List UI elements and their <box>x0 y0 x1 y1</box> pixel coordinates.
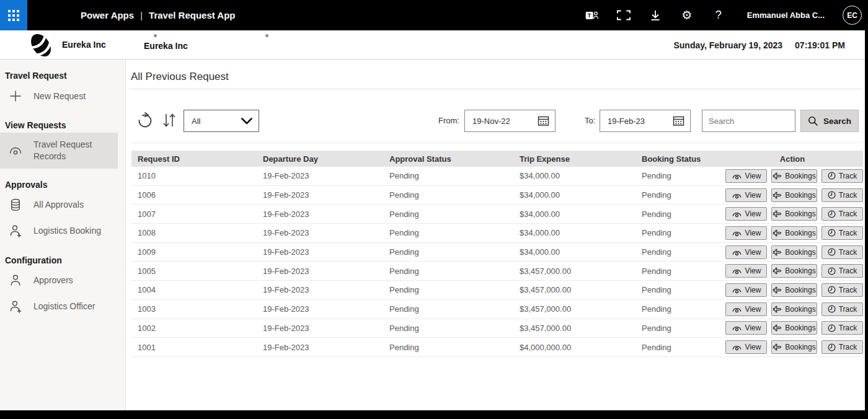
cell-booking-status: Pending <box>636 267 722 276</box>
cell-departure-day: 19-Feb-2023 <box>257 171 383 180</box>
table-header-row: Request ID Departure Day Approval Status… <box>131 151 863 167</box>
sidebar-item-new-request[interactable]: New Request <box>0 83 118 109</box>
track-button[interactable]: Track <box>822 264 863 278</box>
person-icon <box>9 274 22 288</box>
search-button[interactable]: Search <box>800 110 859 132</box>
page-title: All Previous Request <box>131 71 229 83</box>
bookings-button[interactable]: Bookings <box>771 283 817 297</box>
cell-departure-day: 19-Feb-2023 <box>257 210 383 219</box>
view-button[interactable]: View <box>725 340 767 354</box>
cell-departure-day: 19-Feb-2023 <box>257 190 383 200</box>
track-button[interactable]: Track <box>822 207 863 221</box>
view-button[interactable]: View <box>725 188 767 202</box>
track-button[interactable]: Track <box>822 226 863 240</box>
bookings-button[interactable]: Bookings <box>771 340 817 354</box>
view-button[interactable]: View <box>725 245 767 259</box>
avatar[interactable]: EC <box>843 6 862 25</box>
bookings-button[interactable]: Bookings <box>771 207 817 221</box>
airplane-icon <box>773 249 782 256</box>
sidebar-item-all-approvals[interactable]: All Approvals <box>0 192 118 218</box>
bookings-button[interactable]: Bookings <box>771 188 817 202</box>
help-icon[interactable]: ? <box>712 9 725 22</box>
track-button[interactable]: Track <box>822 188 863 202</box>
cell-request-id: 1004 <box>131 285 257 294</box>
user-name-label[interactable]: Emmanuel Abba C... <box>747 11 825 20</box>
sidebar-section-configuration: Configuration <box>0 244 125 268</box>
cell-booking-status: Pending <box>636 343 722 352</box>
action-cell: View Bookings Track <box>722 188 863 202</box>
travel-request-app: Power Apps | Travel Request App T <box>0 0 868 419</box>
bookings-button[interactable]: Bookings <box>771 245 817 259</box>
clock-icon <box>828 229 836 237</box>
bookings-button[interactable]: Bookings <box>771 226 817 240</box>
clock-icon <box>828 305 836 313</box>
requests-table: Request ID Departure Day Approval Status… <box>131 151 863 357</box>
sidebar-item-logistics-officer[interactable]: Logistics Officer <box>0 294 118 320</box>
clock-icon <box>828 248 836 256</box>
sidebar-section-view-requests: View Requests <box>0 109 125 133</box>
powerapps-label: Power Apps <box>81 10 134 20</box>
view-button[interactable]: View <box>725 264 767 278</box>
cell-departure-day: 19-Feb-2023 <box>257 267 383 276</box>
search-icon <box>808 116 818 126</box>
sidebar-item-label: Travel Request Records <box>33 139 115 162</box>
sidebar-item-travel-request-records[interactable]: Travel Request Records <box>0 133 118 169</box>
track-button[interactable]: Track <box>822 169 863 183</box>
settings-gear-icon[interactable]: ⚙ <box>680 9 694 22</box>
cell-departure-day: 19-Feb-2023 <box>257 285 383 294</box>
bookings-button[interactable]: Bookings <box>771 264 817 278</box>
view-button[interactable]: View <box>725 283 767 297</box>
app-launcher-button[interactable] <box>0 0 27 30</box>
from-date-input[interactable]: 19-Nov-22 <box>464 110 556 132</box>
table-row: 1008 19-Feb-2023 Pending $34,000.00 Pend… <box>131 224 863 243</box>
cell-request-id: 1006 <box>131 190 257 200</box>
to-label: To: <box>585 116 595 125</box>
cell-request-id: 1002 <box>131 324 257 333</box>
cell-approval-status: Pending <box>383 267 513 276</box>
cell-approval-status: Pending <box>383 210 513 219</box>
clock-icon <box>828 324 836 332</box>
cell-trip-expense: $34,000.00 <box>513 210 636 219</box>
action-cell: View Bookings Track <box>722 302 863 316</box>
cell-departure-day: 19-Feb-2023 <box>257 343 383 352</box>
track-button[interactable]: Track <box>822 340 863 354</box>
cell-booking-status: Pending <box>636 247 722 257</box>
handle-dot <box>265 34 268 37</box>
cell-trip-expense: $4,000,000.00 <box>513 343 636 352</box>
dropdown-value: All <box>192 117 200 126</box>
status-filter-dropdown[interactable]: All <box>184 110 259 132</box>
cell-booking-status: Pending <box>636 210 722 219</box>
track-button[interactable]: Track <box>822 283 863 297</box>
fullscreen-icon[interactable] <box>617 9 631 22</box>
refresh-icon[interactable] <box>136 112 154 129</box>
cell-request-id: 1010 <box>131 171 257 180</box>
action-cell: View Bookings Track <box>722 264 863 278</box>
bookings-button[interactable]: Bookings <box>771 321 817 335</box>
track-button[interactable]: Track <box>822 321 863 335</box>
cell-request-id: 1008 <box>131 228 257 237</box>
view-button[interactable]: View <box>725 207 767 221</box>
sidebar-item-logistics-booking[interactable]: Logistics Booking <box>0 218 118 244</box>
sidebar-item-approvers[interactable]: Approvers <box>0 268 118 294</box>
bookings-button[interactable]: Bookings <box>771 169 817 183</box>
action-cell: View Bookings Track <box>722 245 863 259</box>
download-icon[interactable] <box>649 9 662 22</box>
view-button[interactable]: View <box>725 321 767 335</box>
search-input[interactable] <box>702 110 795 132</box>
view-button[interactable]: View <box>725 169 767 183</box>
person-add-icon <box>9 224 22 238</box>
track-button[interactable]: Track <box>822 245 863 259</box>
track-button[interactable]: Track <box>822 302 863 316</box>
sidebar-section-approvals: Approvals <box>0 169 125 192</box>
view-button[interactable]: View <box>725 226 767 240</box>
view-button[interactable]: View <box>725 302 767 316</box>
col-departure-day: Departure Day <box>257 154 383 164</box>
calendar-icon <box>673 115 684 126</box>
table-row: 1003 19-Feb-2023 Pending $3,457,000.00 P… <box>131 300 863 319</box>
bookings-button[interactable]: Bookings <box>771 302 817 316</box>
to-date-input[interactable]: 19-Feb-23 <box>600 110 691 132</box>
sort-icon[interactable] <box>161 112 177 129</box>
teams-icon[interactable]: T <box>585 9 599 22</box>
table-row: 1001 19-Feb-2023 Pending $4,000,000.00 P… <box>131 338 863 357</box>
action-cell: View Bookings Track <box>722 321 863 335</box>
